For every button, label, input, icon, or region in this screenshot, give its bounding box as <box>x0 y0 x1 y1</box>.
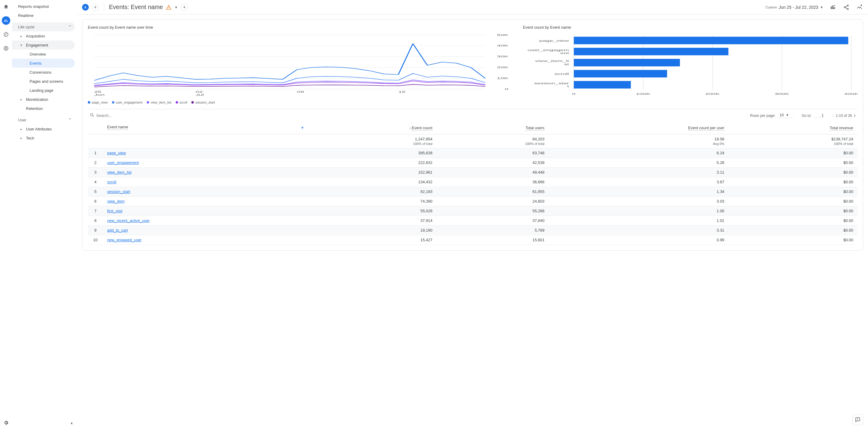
sidebar-item-tech[interactable]: ▸Tech <box>12 134 75 143</box>
event-name-cell: view_item <box>103 197 308 206</box>
advertising-icon[interactable] <box>2 44 10 53</box>
label: Tech <box>26 136 34 140</box>
customize-report-icon[interactable] <box>829 4 837 11</box>
event-link[interactable]: view_item <box>107 199 125 203</box>
event-link[interactable]: page_view <box>107 151 126 155</box>
legend-item[interactable]: user_engagement <box>112 101 143 104</box>
event-link[interactable]: scroll <box>107 180 116 184</box>
dropdown-icon[interactable]: ▼ <box>175 5 178 9</box>
sidebar-item-overview[interactable]: Overview <box>12 50 75 59</box>
sidebar-section-life-cycle[interactable]: Life cycle⌃ <box>12 22 75 31</box>
svg-text:10K: 10K <box>497 77 508 79</box>
sidebar-item-landing-page[interactable]: Landing page <box>12 86 75 95</box>
sidebar-item-retention[interactable]: Retention <box>12 104 75 113</box>
label: Realtime <box>18 13 33 18</box>
label: Conversions <box>30 70 51 75</box>
event-link[interactable]: first_visit <box>107 209 123 213</box>
total-users-cell: 24,603 <box>437 197 549 206</box>
svg-text:scroll: scroll <box>554 72 569 75</box>
rows-per-page-select[interactable]: 10 ▼ <box>778 113 793 118</box>
event-link[interactable]: new_recent_active_user <box>107 218 150 223</box>
event-link[interactable]: add_to_cart <box>107 228 128 232</box>
label: Life cycle <box>18 25 34 29</box>
event-link[interactable]: user_engagement <box>107 160 139 165</box>
legend-item[interactable]: page_view <box>88 101 108 104</box>
add-filter-button[interactable]: + <box>181 4 188 11</box>
next-page-icon[interactable]: › <box>854 112 856 119</box>
row-index: 1 <box>88 148 103 158</box>
sidebar-item-reports-snapshot[interactable]: Reports snapshot <box>12 2 75 11</box>
event-link[interactable]: view_item_list <box>107 170 132 175</box>
label: Landing page <box>30 88 54 93</box>
row-index: 5 <box>88 187 103 197</box>
line-chart: 010K20K30K40K50K25Jun02Jul0916 <box>88 33 511 97</box>
legend-dot-icon <box>176 101 178 104</box>
svg-text:20K: 20K <box>497 66 508 69</box>
chevron-up-icon: ⌃ <box>68 25 72 29</box>
insights-icon[interactable] <box>856 4 863 11</box>
legend-item[interactable]: session_start <box>191 101 215 104</box>
col-total-users[interactable]: Total users <box>437 122 549 134</box>
sidebar-item-events[interactable]: Events <box>12 59 75 68</box>
svg-point-8 <box>847 8 848 9</box>
admin-gear-icon[interactable] <box>2 419 10 427</box>
row-index: 6 <box>88 197 103 206</box>
sidebar-item-realtime[interactable]: Realtime <box>12 11 75 20</box>
sidebar-item-conversions[interactable]: Conversions <box>12 68 75 77</box>
nav-rail <box>0 0 12 430</box>
table-row: 1 page_view 395,638 63,746 6.24 $0.00 <box>88 148 858 158</box>
row-index: 9 <box>88 226 103 235</box>
bar-chart-title: Event count by Event name <box>523 25 858 30</box>
segment-chip[interactable]: A <box>82 4 89 10</box>
sidebar-item-user-attributes[interactable]: ▸User Attributes <box>12 124 75 134</box>
reports-icon[interactable] <box>2 16 10 25</box>
event-count-cell: 15,427 <box>308 235 436 245</box>
date-range-picker[interactable]: Custom Jun 25 - Jul 22, 2023 ▼ <box>765 5 823 10</box>
add-comparison-button[interactable]: + <box>92 4 99 11</box>
legend-item[interactable]: view_item_list <box>147 101 171 104</box>
legend-label: session_start <box>195 101 215 104</box>
label: User <box>18 118 26 122</box>
prev-page-icon[interactable]: ‹ <box>832 112 834 119</box>
explore-icon[interactable] <box>2 30 10 39</box>
home-icon[interactable] <box>2 2 10 11</box>
svg-text:Jul: Jul <box>195 93 204 96</box>
epu-cell: 0.99 <box>549 235 728 245</box>
label: Retention <box>26 106 43 111</box>
svg-text:view_item_li: view_item_li <box>535 59 569 63</box>
svg-point-7 <box>844 6 845 7</box>
event-count-cell: 55,028 <box>308 206 436 216</box>
label: Pages and screens <box>30 79 63 84</box>
search-input[interactable] <box>96 113 132 118</box>
caret-icon: ▸ <box>21 137 25 140</box>
caret-icon: ▸ <box>21 127 25 131</box>
add-dimension-icon[interactable]: + <box>301 125 304 131</box>
event-link[interactable]: new_engaged_user <box>107 238 142 242</box>
collapse-sidebar-icon[interactable] <box>69 421 74 427</box>
table-row: 6 view_item 74,390 24,603 3.03 $0.00 <box>88 197 858 206</box>
col-event-count[interactable]: ↓Event count <box>308 122 436 134</box>
col-event-name[interactable]: Event name + <box>103 122 308 134</box>
svg-text:400K: 400K <box>844 92 858 95</box>
legend-item[interactable]: scroll <box>176 101 187 104</box>
warning-icon[interactable] <box>166 4 172 10</box>
feedback-icon[interactable] <box>852 414 863 425</box>
legend-label: user_engagement <box>116 101 143 104</box>
goto-input[interactable] <box>814 113 824 118</box>
event-link[interactable]: session_start <box>107 189 130 194</box>
event-name-cell: session_start <box>103 187 308 197</box>
col-total-revenue[interactable]: Total revenue <box>728 122 858 134</box>
share-icon[interactable] <box>843 4 850 11</box>
table-toolbar: Rows per page: 10 ▼ Go to: ‹ 1-10 of 26 … <box>88 109 858 122</box>
sidebar-item-acquisition[interactable]: ▸Acquisition <box>12 31 75 40</box>
sidebar-item-monetization[interactable]: ▸Monetization <box>12 95 75 104</box>
sort-desc-icon: ↓ <box>409 126 411 130</box>
col-epu[interactable]: Event count per user <box>549 122 728 134</box>
sidebar-item-pages-screens[interactable]: Pages and screens <box>12 77 75 86</box>
legend-dot-icon <box>147 101 149 104</box>
sidebar-item-engagement[interactable]: ▾Engagement <box>12 40 75 50</box>
total-users-cell: 37,840 <box>437 216 549 226</box>
sidebar-section-user[interactable]: User⌃ <box>12 115 75 124</box>
event-name-cell: first_visit <box>103 206 308 216</box>
goto-label: Go to: <box>802 114 812 118</box>
